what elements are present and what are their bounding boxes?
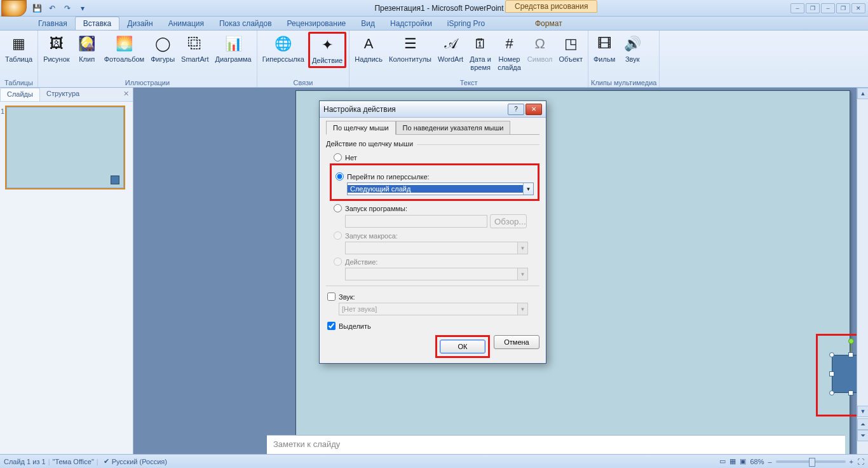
highlight-checkbox[interactable] bbox=[327, 322, 336, 330]
action-combo: ▼ bbox=[345, 268, 528, 280]
radio-run[interactable] bbox=[334, 204, 342, 212]
hyperlink-combo[interactable]: Следующий слайд ▼ bbox=[347, 182, 534, 195]
textbox-button[interactable]: AНадпись bbox=[352, 32, 385, 65]
smartart-icon: ⿻ bbox=[185, 34, 205, 54]
close-button[interactable]: ✕ bbox=[851, 3, 865, 13]
hyperlink-button[interactable]: 🌐Гиперссылка bbox=[260, 32, 307, 65]
clip-button[interactable]: 🎑Клип bbox=[74, 32, 100, 65]
dialog-close-button[interactable]: ✕ bbox=[526, 104, 542, 115]
photoalbum-button[interactable]: 🌅Фотоальбом bbox=[102, 32, 147, 65]
sound-icon: 🔊 bbox=[622, 34, 642, 54]
action-settings-dialog: Настройка действия ? ✕ По щелчку мыши По… bbox=[319, 100, 546, 364]
window-title: Презентация1 - Microsoft PowerPoint bbox=[89, 4, 789, 13]
tab-addins[interactable]: Надстройки bbox=[383, 17, 440, 30]
tab-mouse-click[interactable]: По щелчку мыши bbox=[326, 121, 396, 135]
tab-review[interactable]: Рецензирование bbox=[280, 17, 354, 30]
tab-slideshow[interactable]: Показ слайдов bbox=[212, 17, 280, 30]
datetime-button[interactable]: 🗓Дата и время bbox=[467, 32, 494, 73]
highlight-checkbox-row[interactable]: Выделить bbox=[327, 322, 539, 330]
maximize-button[interactable]: ❐ bbox=[836, 3, 850, 13]
tab-design[interactable]: Дизайн bbox=[119, 17, 160, 30]
headerfooter-button[interactable]: ☰Колонтитулы bbox=[386, 32, 434, 65]
qat-undo[interactable]: ↶ bbox=[46, 2, 58, 15]
sound-button[interactable]: 🔊Звук bbox=[619, 32, 646, 65]
tab-mouse-hover[interactable]: По наведении указателя мыши bbox=[396, 121, 511, 135]
tab-format[interactable]: Формат bbox=[527, 17, 570, 30]
movie-icon: 🎞 bbox=[594, 34, 614, 54]
smartart-button[interactable]: ⿻SmartArt bbox=[179, 32, 211, 65]
chart-button[interactable]: 📊Диаграмма bbox=[213, 32, 254, 65]
picture-button[interactable]: 🖼Рисунок bbox=[41, 32, 72, 65]
group-label-links: Связи bbox=[260, 78, 347, 87]
chevron-down-icon[interactable]: ▼ bbox=[523, 183, 533, 195]
tab-ispring[interactable]: iSpring Pro bbox=[440, 17, 492, 30]
minimize-button[interactable]: – bbox=[821, 3, 835, 13]
prev-slide-button[interactable]: ⏶ bbox=[857, 418, 868, 430]
option-run-program[interactable]: Запуск программы: bbox=[334, 204, 539, 212]
resize-handle-tc[interactable] bbox=[848, 352, 853, 357]
slidenumber-button[interactable]: #Номер слайда bbox=[495, 32, 524, 73]
symbol-button[interactable]: ΩСимвол bbox=[525, 32, 555, 65]
option-macro: Запуск макроса: bbox=[334, 231, 539, 240]
label-sound: Звук: bbox=[339, 293, 355, 301]
group-text: AНадпись ☰Колонтитулы 𝒜WordArt 🗓Дата и в… bbox=[349, 31, 588, 87]
qat-redo[interactable]: ↷ bbox=[61, 2, 74, 15]
shapes-button[interactable]: ◯Фигуры bbox=[148, 32, 177, 65]
quick-access-toolbar: 💾 ↶ ↷ ▾ bbox=[31, 2, 89, 15]
dialog-titlebar[interactable]: Настройка действия ? ✕ bbox=[320, 101, 546, 118]
dialog-help-button[interactable]: ? bbox=[508, 104, 524, 115]
radio-none[interactable] bbox=[334, 153, 342, 162]
resize-handle-tl[interactable] bbox=[829, 352, 834, 357]
view-sorter-button[interactable]: ▦ bbox=[729, 457, 736, 465]
notes-pane[interactable]: Заметки к слайду bbox=[267, 435, 845, 454]
movie-button[interactable]: 🎞Фильм bbox=[591, 32, 618, 65]
ribbon: ▦Таблица Таблицы 🖼Рисунок 🎑Клип 🌅Фотоаль… bbox=[0, 31, 868, 88]
radio-hyperlink[interactable] bbox=[336, 172, 344, 181]
slide-thumbnail-1[interactable] bbox=[6, 107, 124, 188]
headerfooter-icon: ☰ bbox=[400, 34, 421, 54]
tab-view[interactable]: Вид bbox=[353, 17, 383, 30]
scroll-down-button[interactable]: ▼ bbox=[857, 406, 868, 417]
view-normal-button[interactable]: ▭ bbox=[719, 457, 726, 465]
selected-shape-highlight bbox=[816, 334, 857, 416]
tab-home[interactable]: Главная bbox=[31, 17, 75, 30]
group-illustrations: 🖼Рисунок 🎑Клип 🌅Фотоальбом ◯Фигуры ⿻Smar… bbox=[38, 31, 257, 87]
scroll-up-button[interactable]: ▲ bbox=[857, 88, 868, 99]
zoom-in-button[interactable]: + bbox=[850, 458, 853, 465]
ribbon-minimize-button[interactable]: – bbox=[790, 3, 804, 13]
view-slideshow-button[interactable]: ▣ bbox=[740, 457, 746, 465]
rectangle-shape[interactable] bbox=[832, 355, 857, 393]
resize-handle-bc[interactable] bbox=[848, 390, 853, 396]
sound-checkbox[interactable] bbox=[327, 292, 336, 301]
tab-animation[interactable]: Анимация bbox=[161, 17, 212, 30]
status-language[interactable]: Русский (Россия) bbox=[112, 458, 167, 465]
option-none[interactable]: Нет bbox=[334, 153, 539, 162]
outline-tab[interactable]: Структура bbox=[40, 88, 86, 101]
sound-checkbox-row[interactable]: Звук: bbox=[327, 292, 539, 301]
object-button[interactable]: ◳Объект bbox=[557, 32, 585, 65]
table-button[interactable]: ▦Таблица bbox=[3, 32, 35, 65]
resize-handle-bl[interactable] bbox=[829, 390, 834, 396]
option-action: Действие: bbox=[334, 258, 539, 266]
resize-handle-ml[interactable] bbox=[829, 371, 834, 376]
ok-button[interactable]: ОК bbox=[440, 340, 485, 354]
office-button[interactable] bbox=[1, 0, 27, 17]
slides-tab[interactable]: Слайды bbox=[0, 88, 40, 101]
option-hyperlink[interactable]: Перейти по гиперссылке: bbox=[336, 172, 534, 181]
qat-customize[interactable]: ▾ bbox=[76, 2, 89, 15]
qat-save[interactable]: 💾 bbox=[31, 2, 43, 15]
group-label-text: Текст bbox=[352, 78, 585, 87]
ribbon-restore-button[interactable]: ❐ bbox=[806, 3, 820, 13]
zoom-out-button[interactable]: – bbox=[768, 458, 771, 465]
next-slide-button[interactable]: ⏷ bbox=[857, 430, 868, 441]
panel-close-button[interactable]: ✕ bbox=[119, 88, 133, 101]
spellcheck-icon[interactable]: ✔ bbox=[104, 457, 109, 465]
action-button[interactable]: ✦Действие bbox=[308, 32, 346, 68]
wordart-button[interactable]: 𝒜WordArt bbox=[435, 32, 466, 65]
zoom-slider[interactable] bbox=[776, 460, 846, 463]
tab-insert[interactable]: Вставка bbox=[75, 17, 120, 30]
vertical-scrollbar[interactable]: ▲ ▼ ⏶ ⏷ bbox=[857, 88, 868, 454]
zoom-value[interactable]: 68% bbox=[750, 458, 764, 465]
cancel-button[interactable]: Отмена bbox=[494, 335, 539, 349]
zoom-fit-button[interactable]: ⛶ bbox=[857, 458, 864, 465]
